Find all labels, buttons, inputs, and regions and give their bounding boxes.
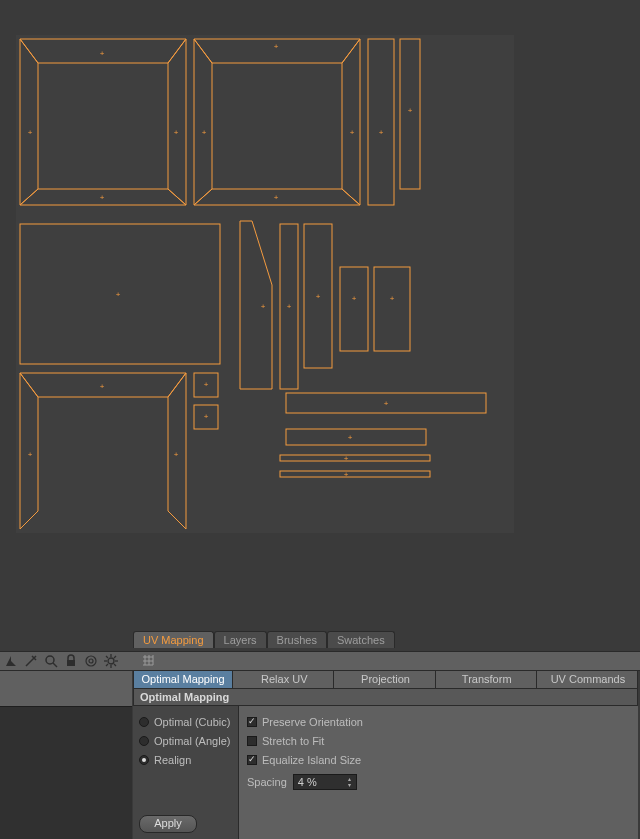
lock-icon[interactable] <box>64 654 78 668</box>
panel-area: UV Mapping Layers Brushes Swatches Optim… <box>0 628 640 839</box>
tab-brushes[interactable]: Brushes <box>267 631 327 648</box>
svg-text:+: + <box>379 128 384 137</box>
icon-strip <box>0 651 640 671</box>
checkbox-icon <box>247 736 257 746</box>
svg-text:+: + <box>352 294 357 303</box>
svg-text:+: + <box>174 128 179 137</box>
left-panel <box>0 706 132 839</box>
radio-optimal-cubic[interactable]: Optimal (Cubic) <box>139 712 232 731</box>
svg-text:+: + <box>28 450 33 459</box>
target-icon[interactable] <box>84 654 98 668</box>
svg-text:+: + <box>344 454 349 463</box>
radio-icon <box>139 717 149 727</box>
svg-text:+: + <box>174 450 179 459</box>
subtab-row: Optimal Mapping Relax UV Projection Tran… <box>133 671 638 689</box>
svg-text:+: + <box>100 49 105 58</box>
svg-line-60 <box>106 656 108 658</box>
svg-text:+: + <box>28 128 33 137</box>
radio-realign[interactable]: Realign <box>139 750 232 769</box>
radio-label: Realign <box>154 754 191 766</box>
subtab-optimal-mapping[interactable]: Optimal Mapping <box>134 671 233 688</box>
svg-text:+: + <box>274 42 279 51</box>
spacing-label: Spacing <box>247 776 287 788</box>
radio-icon <box>139 736 149 746</box>
svg-marker-1 <box>20 39 38 205</box>
tab-row: UV Mapping Layers Brushes Swatches <box>133 631 395 648</box>
subtab-uv-commands[interactable]: UV Commands <box>539 671 637 688</box>
svg-point-54 <box>89 659 93 663</box>
svg-text:+: + <box>202 128 207 137</box>
spinner-icon[interactable]: ▴▾ <box>345 775 355 789</box>
subtab-transform[interactable]: Transform <box>438 671 537 688</box>
svg-rect-24 <box>280 471 430 477</box>
uv-canvas[interactable]: ++++ ++++ ++ + +++++ +++ ++ ++++ <box>16 35 514 533</box>
checks-column: ✓ Preserve Orientation Stretch to Fit ✓ … <box>239 706 638 839</box>
svg-rect-22 <box>286 429 426 445</box>
radio-icon <box>139 755 149 765</box>
svg-rect-15 <box>374 267 410 351</box>
svg-line-63 <box>106 664 108 666</box>
left-fill <box>0 671 132 706</box>
section-header: Optimal Mapping <box>133 689 638 706</box>
svg-text:+: + <box>350 128 355 137</box>
svg-rect-14 <box>340 267 368 351</box>
svg-text:+: + <box>344 470 349 479</box>
svg-line-62 <box>114 656 116 658</box>
svg-text:+: + <box>100 382 105 391</box>
checkbox-icon: ✓ <box>247 717 257 727</box>
svg-text:+: + <box>261 302 266 311</box>
svg-rect-23 <box>280 455 430 461</box>
form-area: Optimal (Cubic) Optimal (Angle) Realign … <box>133 706 638 839</box>
svg-rect-8 <box>368 39 394 205</box>
check-equalize-island-size[interactable]: ✓ Equalize Island Size <box>247 750 630 769</box>
svg-text:+: + <box>274 193 279 202</box>
check-stretch-to-fit[interactable]: Stretch to Fit <box>247 731 630 750</box>
check-label: Stretch to Fit <box>262 735 324 747</box>
svg-marker-6 <box>342 39 360 205</box>
svg-point-53 <box>86 656 96 666</box>
svg-text:+: + <box>408 106 413 115</box>
radio-label: Optimal (Cubic) <box>154 716 230 728</box>
svg-text:+: + <box>384 399 389 408</box>
uv-viewport[interactable]: ++++ ++++ ++ + +++++ +++ ++ ++++ <box>0 0 640 628</box>
apply-button[interactable]: Apply <box>139 815 197 833</box>
arrow-icon[interactable] <box>4 654 18 668</box>
subtab-projection[interactable]: Projection <box>336 671 435 688</box>
subtab-relax-uv[interactable]: Relax UV <box>235 671 334 688</box>
wand-icon[interactable] <box>24 654 38 668</box>
spacing-input[interactable]: 4 % ▴▾ <box>293 774 357 790</box>
svg-text:+: + <box>316 292 321 301</box>
radio-label: Optimal (Angle) <box>154 735 230 747</box>
svg-line-61 <box>114 664 116 666</box>
check-label: Preserve Orientation <box>262 716 363 728</box>
svg-text:+: + <box>287 302 292 311</box>
checkbox-icon: ✓ <box>247 755 257 765</box>
svg-text:+: + <box>116 290 121 299</box>
search-icon[interactable] <box>44 654 58 668</box>
svg-text:+: + <box>204 412 209 421</box>
svg-text:+: + <box>100 193 105 202</box>
svg-rect-52 <box>67 660 75 666</box>
check-preserve-orientation[interactable]: ✓ Preserve Orientation <box>247 712 630 731</box>
svg-point-55 <box>108 658 114 664</box>
svg-line-51 <box>53 663 57 667</box>
svg-marker-2 <box>168 39 186 205</box>
check-label: Equalize Island Size <box>262 754 361 766</box>
svg-marker-11 <box>240 221 272 389</box>
tab-swatches[interactable]: Swatches <box>327 631 395 648</box>
svg-text:+: + <box>204 380 209 389</box>
gear-icon[interactable] <box>104 654 118 668</box>
svg-point-50 <box>46 656 54 664</box>
tab-uv-mapping[interactable]: UV Mapping <box>133 631 214 648</box>
tab-layers[interactable]: Layers <box>214 631 267 648</box>
spacing-value: 4 % <box>298 776 317 788</box>
svg-marker-5 <box>194 39 212 205</box>
svg-text:+: + <box>348 433 353 442</box>
grid-icon[interactable] <box>142 654 156 668</box>
radio-optimal-angle[interactable]: Optimal (Angle) <box>139 731 232 750</box>
svg-text:+: + <box>390 294 395 303</box>
